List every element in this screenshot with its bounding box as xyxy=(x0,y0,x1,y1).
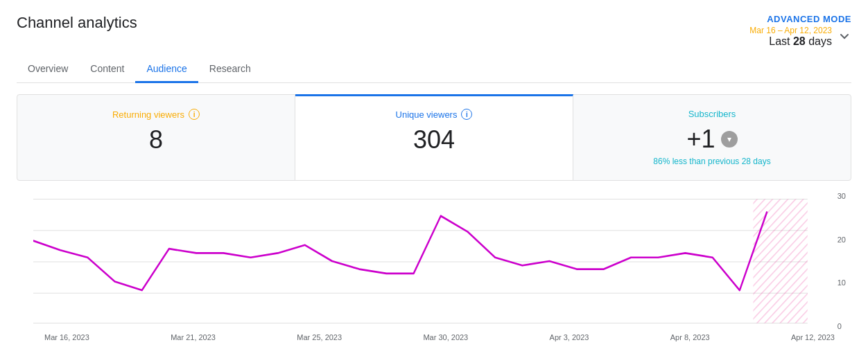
page-container: Channel analytics ADVANCED MODE Mar 16 –… xyxy=(0,0,868,347)
metric-label-unique-viewers: Unique viewers i xyxy=(312,109,556,120)
metric-value-subscribers: +1 xyxy=(686,125,715,154)
unique-viewers-info-icon[interactable]: i xyxy=(461,109,472,120)
date-range-main: Last 28 days xyxy=(749,35,832,48)
metric-label-returning-viewers: Returning viewers i xyxy=(34,109,278,120)
header-row: Channel analytics ADVANCED MODE Mar 16 –… xyxy=(17,14,851,48)
x-label-1: Mar 21, 2023 xyxy=(171,333,216,341)
header-right: ADVANCED MODE Mar 16 – Apr 12, 2023 Last… xyxy=(749,14,851,48)
x-label-3: Mar 30, 2023 xyxy=(423,333,468,341)
chart-svg xyxy=(33,192,835,330)
y-label-20: 20 xyxy=(837,235,846,244)
tab-overview[interactable]: Overview xyxy=(17,56,79,83)
page-title: Channel analytics xyxy=(17,14,137,32)
metric-value-returning-viewers: 8 xyxy=(34,125,278,154)
chart-y-labels: 30 20 10 0 xyxy=(837,192,846,330)
date-range-dropdown[interactable] xyxy=(837,30,851,44)
x-label-0: Mar 16, 2023 xyxy=(44,333,89,341)
date-range-days: 28 xyxy=(793,35,806,47)
metric-card-subscribers[interactable]: Subscribers +1 ▾ 86% less than previous … xyxy=(573,95,851,180)
tab-content[interactable]: Content xyxy=(79,56,135,83)
metric-label-subscribers: Subscribers xyxy=(590,109,834,119)
advanced-mode-button[interactable]: ADVANCED MODE xyxy=(767,14,851,24)
x-label-6: Apr 12, 2023 xyxy=(791,333,835,341)
chart-x-labels: Mar 16, 2023 Mar 21, 2023 Mar 25, 2023 M… xyxy=(17,330,851,347)
tab-audience[interactable]: Audience xyxy=(135,56,198,83)
metric-card-returning-viewers[interactable]: Returning viewers i 8 xyxy=(17,95,295,180)
y-label-0: 0 xyxy=(837,322,846,330)
date-range-block: Mar 16 – Apr 12, 2023 Last 28 days xyxy=(749,26,832,48)
chart-line xyxy=(33,212,767,290)
tabs-row: Overview Content Audience Research xyxy=(17,56,851,83)
date-range-sub: Mar 16 – Apr 12, 2023 xyxy=(749,26,832,35)
metric-sub-subscribers: 86% less than previous 28 days xyxy=(590,157,834,166)
chart-wrapper: 30 20 10 0 xyxy=(17,192,851,330)
x-label-4: Apr 3, 2023 xyxy=(550,333,589,341)
y-label-10: 10 xyxy=(837,278,846,287)
y-label-30: 30 xyxy=(837,192,846,200)
subscribers-down-icon: ▾ xyxy=(721,131,738,148)
metric-card-unique-viewers[interactable]: Unique viewers i 304 xyxy=(295,94,573,180)
returning-viewers-info-icon[interactable]: i xyxy=(189,109,200,120)
metric-value-row-subscribers: +1 ▾ xyxy=(590,125,834,154)
x-label-5: Apr 8, 2023 xyxy=(670,333,710,341)
svg-rect-6 xyxy=(753,199,807,323)
chart-area: 30 20 10 0 xyxy=(17,181,851,347)
metrics-section: Returning viewers i 8 Unique viewers i 3… xyxy=(17,94,851,181)
tab-research[interactable]: Research xyxy=(198,56,262,83)
metric-value-unique-viewers: 304 xyxy=(312,125,556,154)
x-label-2: Mar 25, 2023 xyxy=(297,333,342,341)
date-range-row: Mar 16 – Apr 12, 2023 Last 28 days xyxy=(749,26,851,48)
